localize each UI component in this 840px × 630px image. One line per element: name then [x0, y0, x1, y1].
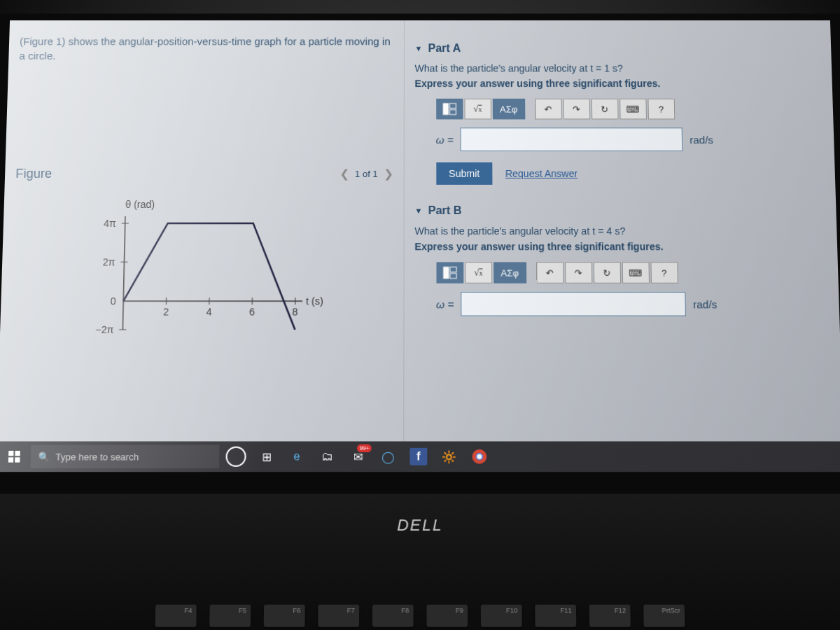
undo-icon[interactable]: ↶	[535, 99, 562, 120]
svg-text:2: 2	[163, 306, 169, 317]
redo-icon[interactable]: ↷	[563, 99, 590, 120]
figure-title: Figure	[15, 167, 52, 181]
app-icon[interactable]: 🔆	[435, 443, 463, 471]
angular-position-graph: θ (rad) 4π 2π 0 −2π 2 4 6 8 t (s)	[39, 195, 365, 351]
part-a-question: What is the particle's angular velocity …	[415, 63, 822, 74]
svg-rect-23	[8, 451, 13, 456]
file-explorer-icon[interactable]: 🗂	[314, 443, 342, 471]
figure-nav-label: 1 of 1	[355, 169, 378, 179]
svg-rect-26	[15, 457, 20, 462]
part-a-instruction: Express your answer using three signific…	[415, 78, 822, 89]
keyboard-icon[interactable]: ⌨	[620, 99, 647, 120]
template-icon[interactable]	[436, 262, 463, 283]
part-a-label: Part A	[428, 42, 461, 55]
template-icon[interactable]	[436, 99, 463, 120]
part-b-label: Part B	[428, 204, 462, 217]
svg-text:4: 4	[206, 306, 212, 317]
answer-input-b[interactable]	[461, 292, 686, 316]
svg-rect-22	[449, 274, 456, 279]
answer-toolbar-b: √x ΑΣφ ↶ ↷ ↻ ⌨ ?	[436, 262, 827, 283]
cortana-ring-icon[interactable]: ◯	[374, 443, 402, 471]
fn-key: F5	[209, 605, 251, 627]
reset-icon[interactable]: ↻	[591, 99, 618, 120]
variable-label-a: ω =	[436, 134, 454, 146]
part-b-header[interactable]: ▼ Part B	[414, 204, 825, 217]
fn-key: F10	[481, 605, 522, 627]
fn-key: F8	[372, 605, 414, 627]
redo-icon[interactable]: ↷	[565, 262, 592, 283]
answer-toolbar-a: √x ΑΣφ ↶ ↷ ↻ ⌨ ?	[436, 99, 822, 120]
fn-key: F7	[318, 605, 359, 627]
svg-rect-25	[8, 457, 13, 462]
part-b-question: What is the particle's angular velocity …	[414, 225, 826, 237]
figure-nav[interactable]: ❮ 1 of 1 ❯	[340, 167, 393, 181]
dell-logo: DELL	[397, 516, 443, 535]
fn-key: F6	[264, 605, 305, 627]
svg-text:4π: 4π	[104, 218, 116, 229]
unit-label-b: rad/s	[693, 298, 718, 310]
svg-rect-20	[443, 267, 448, 279]
mail-icon[interactable]: ✉	[344, 443, 372, 471]
windows-taskbar[interactable]: 🔍 Type here to search ⊞ e 🗂 ✉ ◯ f 🔆	[0, 441, 840, 472]
submit-button[interactable]: Submit	[436, 162, 493, 185]
reset-icon[interactable]: ↻	[593, 262, 620, 283]
task-view-icon[interactable]: ⊞	[253, 443, 281, 471]
greek-button[interactable]: ΑΣφ	[492, 99, 525, 120]
function-key-row: F4 F5 F6 F7 F8 F9 F10 F11 F12 PrtScr	[155, 605, 685, 627]
variable-label-b: ω =	[436, 298, 454, 310]
svg-text:0: 0	[111, 295, 117, 307]
fn-key: F11	[535, 605, 576, 627]
fn-key: F4	[155, 605, 197, 627]
chevron-down-icon: ▼	[414, 206, 422, 215]
intro-text: (Figure 1) shows the angular-position-ve…	[19, 34, 393, 63]
svg-rect-24	[15, 451, 20, 456]
svg-rect-21	[449, 267, 456, 272]
part-b-instruction: Express your answer using three signific…	[414, 241, 827, 252]
search-placeholder: Type here to search	[55, 451, 139, 463]
svg-rect-18	[449, 104, 456, 108]
help-icon[interactable]: ?	[650, 262, 678, 283]
fn-key: F12	[589, 605, 631, 627]
sqrt-icon[interactable]: √x	[464, 99, 491, 120]
search-icon: 🔍	[38, 451, 50, 463]
fn-key: PrtScr	[643, 605, 685, 627]
y-axis-label: θ (rad)	[125, 199, 155, 210]
fn-key: F9	[426, 605, 468, 627]
help-icon[interactable]: ?	[648, 99, 675, 120]
cortana-icon[interactable]	[222, 443, 250, 471]
svg-text:−2π: −2π	[95, 324, 114, 335]
part-a-header[interactable]: ▼ Part A	[415, 42, 821, 55]
undo-icon[interactable]: ↶	[536, 262, 564, 283]
svg-point-29	[477, 454, 482, 459]
unit-label-a: rad/s	[690, 134, 713, 146]
keyboard-icon[interactable]: ⌨	[622, 262, 649, 283]
svg-rect-17	[443, 104, 448, 115]
edge-icon[interactable]: e	[283, 443, 311, 471]
facebook-icon[interactable]: f	[405, 443, 432, 471]
taskbar-search[interactable]: 🔍 Type here to search	[31, 445, 220, 468]
svg-text:8: 8	[292, 306, 298, 317]
request-answer-link[interactable]: Request Answer	[505, 168, 578, 179]
svg-text:2π: 2π	[103, 256, 116, 267]
chevron-left-icon[interactable]: ❮	[340, 167, 349, 181]
svg-text:6: 6	[249, 306, 255, 317]
svg-rect-19	[449, 110, 456, 115]
chevron-right-icon[interactable]: ❯	[384, 167, 393, 181]
start-button[interactable]	[0, 443, 29, 471]
chevron-down-icon: ▼	[415, 44, 423, 52]
sqrt-icon[interactable]: √x	[465, 262, 492, 283]
answer-input-a[interactable]	[461, 127, 683, 151]
x-axis-label: t (s)	[306, 295, 323, 307]
greek-button[interactable]: ΑΣφ	[493, 262, 526, 283]
svg-line-0	[122, 216, 125, 330]
chrome-icon[interactable]	[465, 443, 493, 471]
